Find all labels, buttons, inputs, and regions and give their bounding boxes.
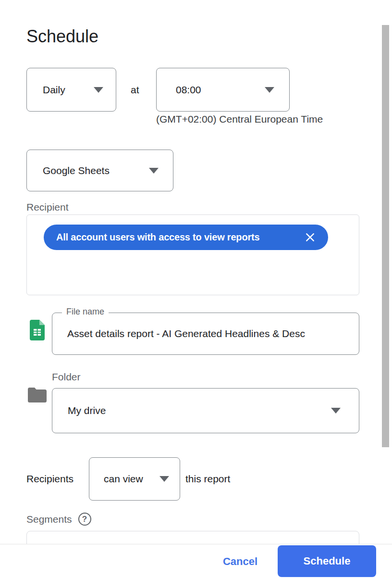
help-circle-question-icon[interactable]: ? xyxy=(78,513,91,526)
file-name-field[interactable]: File name Asset details report - AI Gene… xyxy=(52,313,359,355)
schedule-button[interactable]: Schedule xyxy=(278,545,376,577)
this-report-label: this report xyxy=(185,457,230,501)
folder-icon xyxy=(28,388,47,402)
time-select[interactable]: 08:00 xyxy=(156,68,290,112)
segments-row: Segments ? xyxy=(26,513,91,526)
recipients-prefix-label: Recipients xyxy=(26,457,74,501)
file-name-value: Asset details report - AI Generated Head… xyxy=(52,313,358,354)
dropdown-arrow-icon xyxy=(149,168,159,174)
dropdown-arrow-icon xyxy=(331,408,341,414)
dropdown-arrow-icon xyxy=(159,476,169,482)
footer-bar: Cancel Schedule xyxy=(0,544,392,578)
dropdown-arrow-icon xyxy=(265,87,274,93)
recipient-input-area[interactable]: All account users with access to view re… xyxy=(26,214,359,295)
folder-select[interactable]: My drive xyxy=(52,388,359,433)
timezone-note: (GMT+02:00) Central European Time xyxy=(156,113,323,125)
permission-select[interactable]: can view xyxy=(89,457,180,501)
folder-label: Folder xyxy=(52,371,81,383)
schedule-dialog: Schedule Daily at 08:00 (GMT+02:00) Cent… xyxy=(0,0,392,578)
segments-label: Segments xyxy=(26,514,72,525)
recipient-label: Recipient xyxy=(26,201,69,213)
format-value: Google Sheets xyxy=(43,165,110,176)
google-sheets-icon xyxy=(30,320,45,340)
recipient-chip[interactable]: All account users with access to view re… xyxy=(44,225,328,250)
vertical-scrollbar-thumb[interactable] xyxy=(382,25,389,447)
permission-value: can view xyxy=(104,473,143,485)
close-x-icon[interactable] xyxy=(305,232,316,243)
format-select[interactable]: Google Sheets xyxy=(26,150,173,191)
cancel-button[interactable]: Cancel xyxy=(208,544,273,578)
recipient-chip-label: All account users with access to view re… xyxy=(56,232,298,243)
at-label: at xyxy=(131,68,139,112)
frequency-value: Daily xyxy=(43,84,65,96)
page-title: Schedule xyxy=(26,26,98,47)
time-value: 08:00 xyxy=(176,84,201,96)
frequency-select[interactable]: Daily xyxy=(26,68,116,112)
dropdown-arrow-icon xyxy=(94,87,103,93)
folder-value: My drive xyxy=(68,405,106,416)
